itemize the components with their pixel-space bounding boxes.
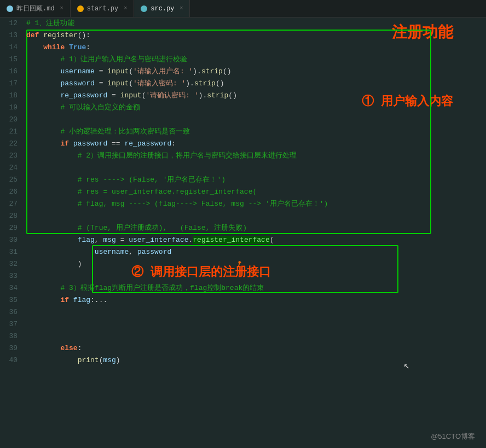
code-line-25: # res ----> (False, '用户名已存在！'): [26, 174, 486, 186]
code-line-23: # 2）调用接口层的注册接口，将用户名与密码交给接口层来进行处理: [26, 150, 486, 162]
code-line-35: if flag:...: [26, 294, 486, 306]
tab-md-label: 昨日回顾.md: [16, 4, 55, 13]
code-line-27: # flag, msg ----> (flag----> False, msg …: [26, 198, 486, 210]
code-line-37: [26, 318, 486, 330]
py-start-file-icon: [77, 5, 84, 12]
code-line-32: ): [26, 258, 486, 270]
code-line-14: while True:: [26, 42, 486, 54]
watermark: @51CTO博客: [431, 432, 475, 441]
code-content[interactable]: # 1、注册功能 def register(): while True: # 1…: [22, 18, 486, 448]
code-line-30: flag, msg = user_interface.register_inte…: [26, 234, 486, 246]
code-line-20: [26, 114, 486, 126]
code-line-13: def register():: [26, 30, 486, 42]
code-line-36: [26, 306, 486, 318]
code-line-16: username = input('请输入用户名: ').strip(): [26, 66, 486, 78]
tab-start-py[interactable]: start.py ×: [71, 0, 135, 17]
tab-src-py[interactable]: src.py ×: [134, 0, 190, 17]
editor-area: 注册功能 ① 用户输入内容 ② 调用接口层的注册接口 ↗ 12 13 14 15…: [0, 18, 486, 448]
code-line-39: else:: [26, 342, 486, 354]
mouse-cursor-icon: ↖: [403, 359, 409, 371]
code-line-22: if password == re_password:: [26, 138, 486, 150]
py-src-file-icon: [141, 5, 147, 12]
code-line-28: [26, 210, 486, 222]
code-line-15: # 1）让用户输入用户名与密码进行校验: [26, 54, 486, 66]
code-line-26: # res = user_interface.register_interfac…: [26, 186, 486, 198]
code-line-38: [26, 330, 486, 342]
tab-start-close[interactable]: ×: [124, 5, 127, 11]
code-line-40: print(msg): [26, 354, 486, 366]
tab-start-label: start.py: [87, 5, 119, 13]
code-line-17: password = input('请输入密码: ').strip(): [26, 78, 486, 90]
tab-src-close[interactable]: ×: [180, 5, 183, 11]
code-line-34: # 3）根据flag判断用户注册是否成功，flag控制break的结束: [26, 282, 486, 294]
code-line-31: username, password: [26, 246, 486, 258]
code-line-12: # 1、注册功能: [26, 18, 486, 30]
tab-md[interactable]: 昨日回顾.md ×: [0, 0, 71, 17]
code-line-18: re_password = input('请确认密码: ').strip(): [26, 90, 486, 102]
code-line-24: [26, 162, 486, 174]
code-line-29: # (True, 用户注册成功), (False, 注册失败): [26, 222, 486, 234]
line-numbers: 12 13 14 15 16 17 18 19 20 21 22 23 24 2…: [0, 18, 22, 448]
md-file-icon: [7, 5, 13, 12]
tab-md-close[interactable]: ×: [60, 5, 63, 11]
tab-bar: 昨日回顾.md × start.py × src.py ×: [0, 0, 486, 18]
code-line-19: # 可以输入自定义的金额: [26, 102, 486, 114]
code-line-33: [26, 270, 486, 282]
code-line-21: # 小的逻辑处理：比如两次密码是否一致: [26, 126, 486, 138]
tab-src-label: src.py: [151, 5, 174, 13]
